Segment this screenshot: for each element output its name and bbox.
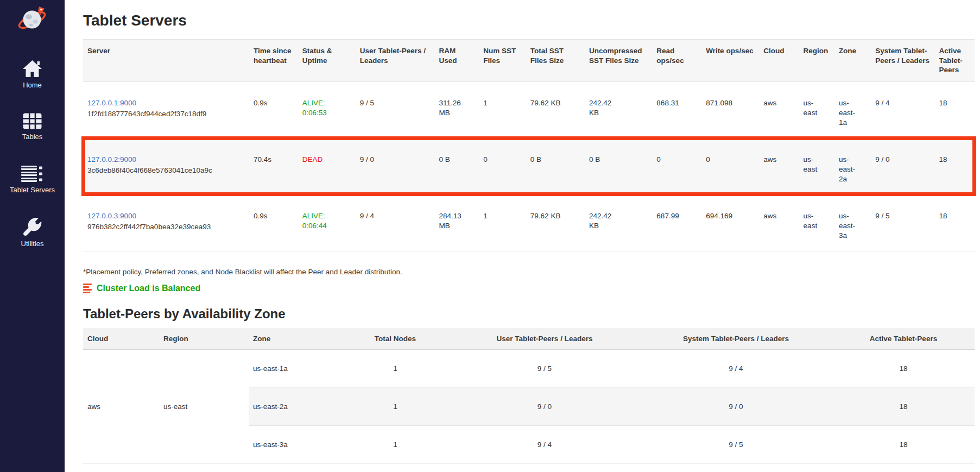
status-cell: ALIVE: 0:06:44 <box>298 194 356 251</box>
active-peers-cell: 18 <box>832 349 975 387</box>
num-sst-cell: 1 <box>479 81 526 138</box>
status-text: ALIVE: <box>302 98 351 108</box>
sidebar-item-tablet-servers[interactable]: Tablet Servers <box>0 165 65 194</box>
total-nodes-cell: 1 <box>341 425 450 463</box>
server-cell: 127.0.0.3:9000 976b382c2ff442f7ba0bea32e… <box>83 194 249 251</box>
main-content: Tablet Servers Server Time since heartbe… <box>65 0 980 464</box>
region-cell: us-east <box>159 349 249 463</box>
sidebar-item-label: Utilities <box>21 240 44 248</box>
col-active-peers: Active Tablet-Peers <box>832 328 975 350</box>
user-peers-cell: 9 / 0 <box>450 387 640 425</box>
load-balancer-icon <box>83 284 92 293</box>
zone-row: aws us-east us-east-1a 1 9 / 5 9 / 4 18 <box>83 349 975 387</box>
system-peers-cell: 9 / 0 <box>640 387 832 425</box>
server-link[interactable]: 127.0.0.3:9000 <box>87 212 136 220</box>
col-user-peers: User Tablet-Peers / Leaders <box>356 40 435 82</box>
server-uuid: 976b382c2ff442f7ba0bea32e39cea93 <box>87 222 245 232</box>
table-row: 127.0.0.3:9000 976b382c2ff442f7ba0bea32e… <box>83 194 975 251</box>
yugabyte-logo-icon[interactable] <box>16 3 49 35</box>
zone-cell: us-east-3a <box>249 425 341 463</box>
col-total-nodes: Total Nodes <box>341 328 450 350</box>
sidebar-item-label: Tablet Servers <box>10 186 55 194</box>
user-peers-cell: 9 / 0 <box>356 138 435 194</box>
col-total-sst: Total SST Files Size <box>526 40 585 82</box>
uncompressed-sst-cell: 242.42 KB <box>585 81 652 138</box>
sidebar-item-utilities[interactable]: Utilities <box>0 218 65 248</box>
write-ops-cell: 694.169 <box>701 194 759 251</box>
status-cell: DEAD <box>298 138 356 194</box>
total-nodes-cell: 1 <box>341 349 450 387</box>
ram-cell: 284.13 MB <box>435 194 479 251</box>
uptime-text: 0:06:44 <box>302 221 351 231</box>
user-peers-cell: 9 / 5 <box>356 81 435 138</box>
table-row: 127.0.0.1:9000 1f2fd188777643cf944ced2f3… <box>83 81 975 138</box>
sidebar: Home Tables Tablet <box>0 0 65 472</box>
total-sst-cell: 79.62 KB <box>526 194 585 251</box>
page-title: Tablet Servers <box>83 12 975 29</box>
server-link[interactable]: 127.0.0.1:9000 <box>87 99 136 107</box>
total-nodes-cell: 1 <box>341 387 450 425</box>
cloud-cell: aws <box>759 138 799 194</box>
cloud-cell: aws <box>759 194 799 251</box>
tables-icon <box>23 113 42 129</box>
servers-table-header-row: Server Time since heartbeat Status & Upt… <box>83 40 975 82</box>
system-peers-cell: 9 / 5 <box>871 194 934 251</box>
col-status: Status & Uptime <box>298 40 356 82</box>
write-ops-cell: 0 <box>701 138 759 194</box>
server-uuid: 1f2fd188777643cf944ced2f37c18df9 <box>87 109 245 119</box>
zone-cell: us-east-2a <box>249 387 341 425</box>
ram-cell: 311.26 MB <box>435 81 479 138</box>
utilities-wrench-icon <box>23 218 42 236</box>
cluster-load-text: Cluster Load is Balanced <box>97 284 200 293</box>
tablet-peers-by-zone-table: Cloud Region Zone Total Nodes User Table… <box>83 328 975 464</box>
uptime-text: 0:06:53 <box>302 108 351 118</box>
zone-cell: us-east-3a <box>834 194 871 251</box>
server-cell: 127.0.0.1:9000 1f2fd188777643cf944ced2f3… <box>83 81 249 138</box>
col-active-peers: Active Tablet-Peers <box>934 40 975 82</box>
col-system-peers: System Tablet-Peers / Leaders <box>871 40 934 82</box>
table-row-highlighted-dead: 127.0.0.2:9000 3c6deb86f40c4f668e5763041… <box>83 138 975 194</box>
sidebar-item-home[interactable]: Home <box>0 60 65 89</box>
read-ops-cell: 687.99 <box>652 194 701 251</box>
col-num-sst: Num SST Files <box>479 40 526 82</box>
read-ops-cell: 868.31 <box>652 81 701 138</box>
col-write-ops: Write ops/sec <box>701 40 759 82</box>
zone-cell: us-east-2a <box>834 138 871 194</box>
heartbeat-cell: 0.9s <box>249 194 298 251</box>
total-sst-cell: 0 B <box>526 138 585 194</box>
col-read-ops: Read ops/sec <box>652 40 701 82</box>
col-cloud: Cloud <box>83 328 159 350</box>
col-system-peers: System Tablet-Peers / Leaders <box>640 328 832 350</box>
cloud-cell: aws <box>759 81 799 138</box>
total-sst-cell: 79.62 KB <box>526 81 585 138</box>
user-peers-cell: 9 / 5 <box>450 349 640 387</box>
col-user-peers: User Tablet-Peers / Leaders <box>450 328 640 350</box>
sidebar-item-label: Tables <box>22 133 43 141</box>
home-icon <box>22 60 42 78</box>
col-zone: Zone <box>249 328 341 350</box>
server-uuid: 3c6deb86f40c4f668e5763041ce10a9c <box>87 166 245 175</box>
section-title-tablet-peers-by-az: Tablet-Peers by Availability Zone <box>83 306 975 322</box>
placement-policy-footnote: *Placement policy, Preferred zones, and … <box>83 268 975 276</box>
heartbeat-cell: 0.9s <box>249 81 298 138</box>
status-text: DEAD <box>302 155 351 165</box>
system-peers-cell: 9 / 5 <box>640 425 832 463</box>
active-peers-cell: 18 <box>934 194 975 251</box>
num-sst-cell: 0 <box>479 138 526 194</box>
write-ops-cell: 871.098 <box>701 81 759 138</box>
region-cell: us-east <box>799 194 834 251</box>
zone-cell: us-east-1a <box>834 81 871 138</box>
server-link[interactable]: 127.0.0.2:9000 <box>87 155 136 163</box>
server-cell: 127.0.0.2:9000 3c6deb86f40c4f668e5763041… <box>83 138 249 194</box>
col-zone: Zone <box>834 40 871 82</box>
user-peers-cell: 9 / 4 <box>450 425 640 463</box>
col-heartbeat: Time since heartbeat <box>249 40 298 82</box>
cloud-cell: aws <box>83 349 159 463</box>
col-region: Region <box>799 40 834 82</box>
ram-cell: 0 B <box>435 138 479 194</box>
sidebar-item-tables[interactable]: Tables <box>0 113 65 141</box>
uncompressed-sst-cell: 0 B <box>585 138 652 194</box>
heartbeat-cell: 70.4s <box>249 138 298 194</box>
zones-table-header-row: Cloud Region Zone Total Nodes User Table… <box>83 328 975 350</box>
read-ops-cell: 0 <box>652 138 701 194</box>
